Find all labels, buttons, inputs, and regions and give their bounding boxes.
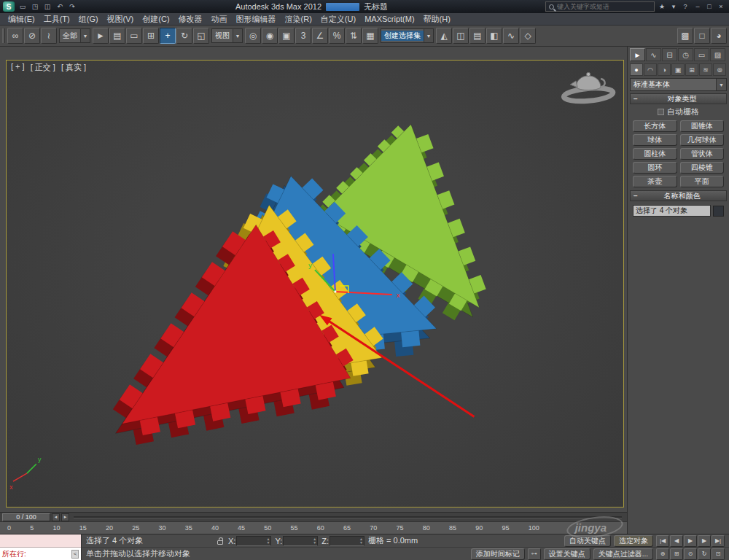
3dsmax-logo-icon[interactable]: S: [3, 1, 15, 12]
use-pivot-center-icon[interactable]: ◎: [245, 28, 261, 44]
menu-item[interactable]: MAXScript(M): [361, 14, 418, 24]
curve-editor-icon[interactable]: ∿: [503, 28, 519, 44]
menu-item[interactable]: 自定义(U): [317, 13, 359, 26]
listener-field[interactable]: 所在行: <: [0, 548, 81, 560]
previous-frame-icon[interactable]: ◀: [670, 535, 683, 547]
tab-motion[interactable]: ◷: [678, 48, 693, 61]
render-setup-icon[interactable]: ▩: [677, 28, 693, 44]
select-and-manipulate-icon[interactable]: ◉: [262, 28, 278, 44]
viewport-menu-shading[interactable]: [ 真实 ]: [61, 62, 86, 73]
percent-snap-icon[interactable]: %: [329, 28, 345, 44]
previous-frame-arrow-icon[interactable]: ◂: [52, 513, 60, 521]
listener-scroll-icon[interactable]: <: [71, 550, 79, 559]
time-slider-handle[interactable]: 0 / 100: [2, 513, 50, 521]
search-input[interactable]: [557, 3, 643, 10]
zoom-icon[interactable]: ⊕: [656, 548, 669, 560]
maximize-icon[interactable]: □: [704, 2, 714, 12]
undo-icon[interactable]: ↶: [54, 1, 66, 12]
window-crossing-icon[interactable]: ⊞: [143, 28, 159, 44]
graphite-ribbon-icon[interactable]: ◧: [486, 28, 502, 44]
menu-item[interactable]: 工具(T): [40, 13, 74, 26]
collapse-icon[interactable]: −: [634, 95, 638, 103]
bind-to-space-warp-icon[interactable]: ≀: [41, 28, 57, 44]
tab-utilities[interactable]: ▨: [710, 48, 725, 61]
redo-icon[interactable]: ↷: [66, 1, 78, 12]
viewport-menu-pov[interactable]: [ 正交 ]: [31, 62, 55, 73]
chevron-down-icon[interactable]: ▼: [80, 29, 90, 42]
subtab-spacewarps[interactable]: ≋: [699, 63, 712, 76]
help-icon[interactable]: ?: [680, 2, 690, 12]
z-coordinate-field[interactable]: ▲▼: [330, 536, 364, 546]
angle-snap-icon[interactable]: ∠: [312, 28, 328, 44]
save-file-icon[interactable]: ◫: [42, 1, 53, 12]
autogrid-checkbox[interactable]: [658, 109, 664, 115]
rollout-object-type[interactable]: − 对象类型: [630, 93, 727, 104]
tab-create[interactable]: ►: [630, 48, 645, 61]
new-file-icon[interactable]: ▭: [17, 1, 28, 12]
object-type-button[interactable]: 四棱锥: [680, 162, 725, 174]
unlink-selection-icon[interactable]: ⊘: [24, 28, 40, 44]
menu-item[interactable]: 组(G): [75, 13, 102, 26]
chevron-down-icon[interactable]: ▼: [716, 79, 726, 90]
menu-item[interactable]: 渲染(R): [281, 13, 316, 26]
subtab-shapes[interactable]: ◠: [644, 63, 657, 76]
infocenter-dropdown-icon[interactable]: ▾: [668, 2, 679, 12]
tab-display[interactable]: ▭: [694, 48, 709, 61]
edit-named-sets-icon[interactable]: ▦: [362, 28, 378, 44]
object-type-button[interactable]: 圆锥体: [680, 120, 725, 132]
menu-item[interactable]: 帮助(H): [420, 13, 454, 26]
object-type-button[interactable]: 球体: [633, 134, 677, 146]
select-and-scale-icon[interactable]: ◱: [193, 28, 209, 44]
go-to-start-icon[interactable]: |◀: [656, 535, 669, 547]
set-key-button[interactable]: 设置关键点: [544, 548, 590, 560]
tab-hierarchy[interactable]: ⊟: [662, 48, 677, 61]
pan-icon[interactable]: ⊙: [684, 548, 697, 560]
macro-recorder-field[interactable]: [0, 534, 81, 548]
menu-item[interactable]: 动画: [208, 13, 231, 26]
menu-item[interactable]: 修改器: [175, 13, 206, 26]
select-and-link-icon[interactable]: ∞: [7, 28, 23, 44]
orbit-icon[interactable]: ↻: [698, 548, 711, 560]
menu-item[interactable]: 视图(V): [104, 13, 138, 26]
chevron-down-icon[interactable]: ▼: [233, 29, 242, 42]
keyboard-override-icon[interactable]: ▣: [278, 28, 295, 44]
chevron-down-icon[interactable]: ▼: [424, 29, 433, 42]
tab-modify[interactable]: ∿: [646, 48, 661, 61]
object-name-field[interactable]: 选择了 4 个对象: [633, 205, 711, 217]
y-coordinate-field[interactable]: ▲▼: [283, 536, 318, 546]
object-type-button[interactable]: 平面: [680, 176, 725, 187]
scene-canvas[interactable]: xyxy: [7, 61, 623, 507]
set-key-icon[interactable]: ⊶: [528, 548, 541, 560]
subtab-cameras[interactable]: ▣: [671, 63, 685, 76]
select-object-icon[interactable]: ►: [93, 28, 109, 44]
menu-item[interactable]: 图形编辑器: [233, 13, 280, 26]
track-bar[interactable]: 0510152025303540455055606570758085909510…: [0, 521, 627, 534]
subtab-geometry[interactable]: ●: [630, 63, 643, 76]
toolbar-grip[interactable]: [2, 28, 5, 43]
open-file-icon[interactable]: ◳: [29, 1, 41, 12]
zoom-extents-icon[interactable]: ⊞: [670, 548, 683, 560]
play-icon[interactable]: ▶: [684, 535, 697, 547]
object-type-button[interactable]: 长方体: [633, 120, 677, 132]
select-by-name-icon[interactable]: ▤: [109, 28, 125, 44]
subtab-lights[interactable]: ◑: [658, 63, 671, 76]
collapse-icon[interactable]: −: [634, 192, 638, 200]
object-type-button[interactable]: 几何球体: [680, 134, 725, 146]
align-icon[interactable]: ◫: [453, 28, 469, 44]
object-type-button[interactable]: 管状体: [680, 148, 725, 160]
rollout-name-color[interactable]: − 名称和颜色: [630, 190, 727, 201]
minimize-icon[interactable]: –: [693, 2, 703, 12]
search-icon[interactable]: [549, 4, 554, 9]
viewcube-navigation-gizmo[interactable]: [564, 72, 614, 103]
select-and-rotate-icon[interactable]: ↻: [176, 28, 192, 44]
key-mode-dropdown[interactable]: 选定对象: [614, 535, 653, 547]
layer-manager-icon[interactable]: ▤: [469, 28, 486, 44]
infocenter-star-icon[interactable]: ★: [657, 2, 667, 12]
object-color-swatch[interactable]: [713, 206, 724, 217]
next-frame-icon[interactable]: ▶: [698, 535, 711, 547]
select-and-move-icon[interactable]: +: [160, 28, 176, 44]
rectangular-selection-region-icon[interactable]: ▭: [126, 28, 142, 44]
viewport-menu-general[interactable]: [ + ]: [11, 62, 25, 73]
time-slider-track[interactable]: [74, 516, 622, 518]
menu-item[interactable]: 编辑(E): [4, 13, 39, 26]
